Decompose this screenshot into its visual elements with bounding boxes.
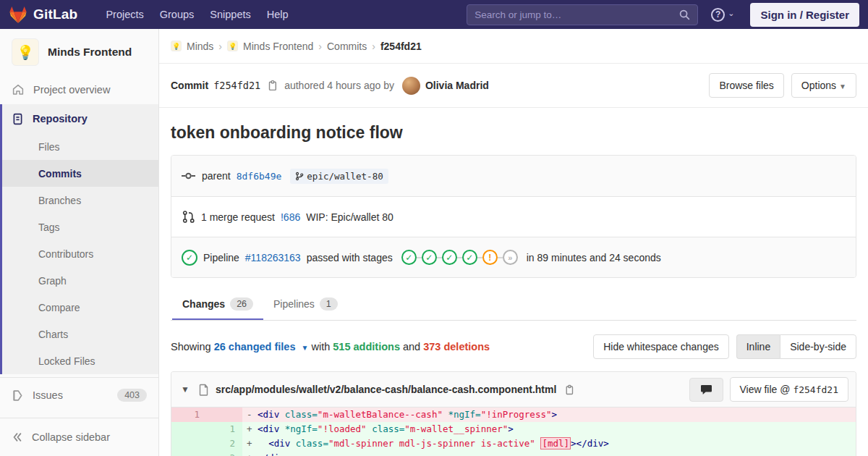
- search-box[interactable]: [467, 4, 698, 25]
- pipeline-status-text: passed with stages: [307, 252, 393, 263]
- stage-success-icon[interactable]: ✓: [442, 250, 457, 265]
- code-token: </div>: [576, 438, 609, 449]
- caret-down-icon: ▼: [839, 83, 846, 90]
- deletions-count: 373 deletions: [423, 341, 490, 352]
- file-collapse-caret[interactable]: ▼: [179, 384, 192, 394]
- mr-link[interactable]: !686: [281, 211, 300, 223]
- stage-success-icon[interactable]: ✓: [462, 250, 477, 265]
- diff-marker: +: [247, 423, 258, 434]
- code-token: <div: [268, 438, 290, 449]
- code-token: [367, 423, 373, 434]
- diff-row: 1- <div class="m-walletBalance--cash" *n…: [171, 408, 856, 422]
- new-line-number[interactable]: [207, 408, 242, 422]
- code-token: >: [551, 409, 557, 420]
- parent-sha-link[interactable]: 8df6b49e: [237, 171, 282, 182]
- top-navbar: GitLab ProjectsGroupsSnippetsHelp ? ⌄ Si…: [0, 0, 868, 29]
- sidebar-item-project-overview[interactable]: Project overview: [0, 75, 158, 104]
- new-line-number[interactable]: 3: [207, 451, 242, 456]
- sidebar-item-compare[interactable]: Compare: [2, 294, 158, 321]
- nav-item-snippets[interactable]: Snippets: [202, 9, 258, 20]
- author-name[interactable]: Olivia Madrid: [425, 80, 489, 91]
- pipeline-status-icon[interactable]: ✓: [182, 250, 197, 266]
- tab-label: Changes: [182, 298, 225, 310]
- branch-ref-badge[interactable]: epic/wallet-80: [290, 169, 388, 184]
- copy-icon: [564, 384, 574, 395]
- double-chevron-left-icon: [12, 431, 23, 443]
- diff-line-code: + <div *ngIf="!loaded" class="m-wallet__…: [242, 422, 856, 436]
- tab-changes[interactable]: Changes26: [172, 288, 263, 320]
- nav-item-help[interactable]: Help: [259, 9, 297, 20]
- code-token: </div>: [258, 452, 290, 456]
- mr-count: 1 merge request: [201, 211, 275, 223]
- file-path[interactable]: src/app/modules/wallet/v2/balance-cash/b…: [216, 384, 556, 395]
- stage-warning-icon[interactable]: !: [482, 250, 498, 265]
- pipeline-stages: ✓✓✓✓!»: [401, 250, 518, 265]
- help-icon[interactable]: ?: [711, 8, 725, 22]
- sidebar-item-repository[interactable]: Repository: [2, 104, 158, 133]
- copy-sha-button[interactable]: [265, 80, 279, 91]
- sidebar-item-tags[interactable]: Tags: [2, 214, 158, 240]
- options-dropdown-button[interactable]: Options▼: [791, 73, 856, 98]
- hide-whitespace-button[interactable]: Hide whitespace changes: [593, 334, 729, 359]
- sidebar-item-contributors[interactable]: Contributors: [2, 240, 158, 267]
- diff-file-box: ▼ src/app/modules/wallet/v2/balance-cash…: [171, 371, 856, 456]
- code-token: "!loaded": [318, 423, 367, 434]
- sidebar-item-branches[interactable]: Branches: [2, 187, 158, 214]
- new-line-number[interactable]: 2: [207, 436, 242, 451]
- old-line-number[interactable]: [171, 436, 207, 451]
- stage-success-icon[interactable]: ✓: [401, 250, 417, 265]
- pipeline-id-link[interactable]: #118263163: [245, 252, 301, 263]
- breadcrumb-item[interactable]: f254fd21: [380, 41, 422, 52]
- side-by-side-view-button[interactable]: Side-by-side: [780, 334, 856, 359]
- sidebar-item-label: Project overview: [33, 84, 110, 96]
- breadcrumb-item[interactable]: Minds Frontend: [243, 41, 313, 52]
- tab-label: Pipelines: [273, 298, 315, 310]
- code-token: class=: [285, 409, 318, 420]
- old-line-number[interactable]: [171, 451, 207, 456]
- old-line-number[interactable]: [171, 422, 207, 436]
- sidebar-item-graph[interactable]: Graph: [2, 267, 158, 294]
- diff-marker: +: [247, 438, 258, 449]
- search-icon[interactable]: [679, 9, 690, 20]
- code-token: <div: [258, 423, 279, 434]
- breadcrumb-item[interactable]: Commits: [327, 41, 367, 52]
- browse-files-button[interactable]: Browse files: [709, 73, 783, 98]
- new-line-number[interactable]: 1: [207, 422, 242, 436]
- sidebar-project-header[interactable]: 💡 Minds Frontend: [0, 29, 158, 75]
- sidebar-item-commits[interactable]: Commits: [2, 160, 158, 187]
- sidebar-section-repository: Repository FilesCommitsBranchesTagsContr…: [0, 104, 158, 374]
- sidebar-item-charts[interactable]: Charts: [2, 321, 158, 347]
- toggle-comments-button[interactable]: [689, 378, 723, 402]
- breadcrumb-item[interactable]: Minds: [187, 41, 213, 52]
- view-file-button[interactable]: View file @ f254fd21: [730, 377, 849, 402]
- copy-path-button[interactable]: [563, 384, 576, 395]
- showing-label: Showing: [171, 341, 211, 352]
- gitlab-logo[interactable]: GitLab: [9, 6, 77, 24]
- diff-stats: Showing 26 changed files ▼ with 515 addi…: [171, 341, 490, 352]
- nav-item-groups[interactable]: Groups: [152, 9, 203, 20]
- old-line-number[interactable]: 1: [171, 408, 207, 422]
- sidebar-item-files[interactable]: Files: [2, 133, 158, 160]
- diff-row: 1+ <div *ngIf="!loaded" class="m-wallet_…: [171, 422, 856, 436]
- code-token: *ngIf=: [285, 423, 318, 434]
- author-avatar[interactable]: [402, 77, 420, 95]
- code-token: [279, 423, 285, 434]
- sidebar-item-locked-files[interactable]: Locked Files: [2, 347, 158, 374]
- tab-pipelines[interactable]: Pipelines1: [263, 288, 348, 320]
- stage-success-icon[interactable]: ✓: [422, 250, 437, 265]
- tab-count-badge: 26: [230, 297, 253, 311]
- code-token: >: [508, 423, 514, 434]
- merge-request-row: 1 merge request !686 WIP: Epic/wallet 80: [171, 196, 856, 237]
- nav-item-projects[interactable]: Projects: [98, 9, 151, 20]
- search-input[interactable]: [475, 9, 673, 20]
- commit-label: Commit: [171, 80, 208, 91]
- code-token: [279, 409, 285, 420]
- sign-in-button[interactable]: Sign in / Register: [750, 3, 859, 27]
- inline-view-button[interactable]: Inline: [736, 334, 780, 359]
- collapse-sidebar-button[interactable]: Collapse sidebar: [0, 423, 158, 452]
- sidebar-item-issues[interactable]: Issues 403: [0, 381, 158, 410]
- diff-view-controls: Hide whitespace changes Inline Side-by-s…: [593, 334, 856, 359]
- help-menu[interactable]: ? ⌄: [711, 8, 734, 22]
- changed-files-dropdown[interactable]: 26 changed files ▼: [214, 341, 309, 352]
- stage-skipped-icon[interactable]: »: [503, 250, 518, 265]
